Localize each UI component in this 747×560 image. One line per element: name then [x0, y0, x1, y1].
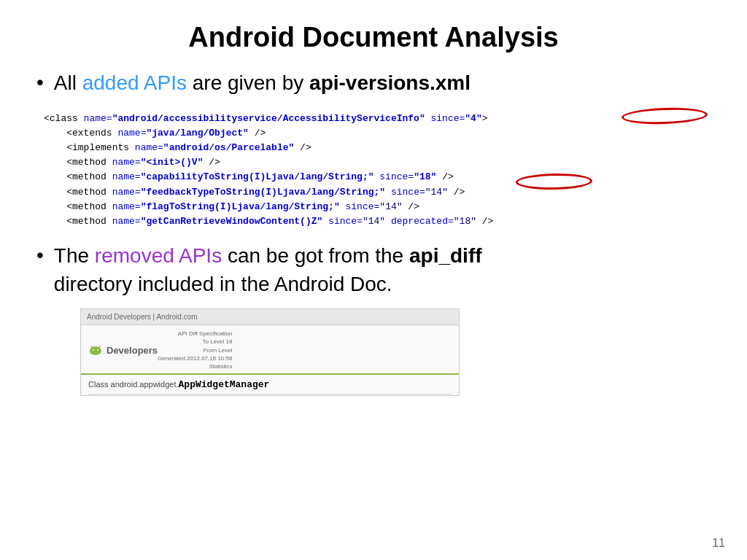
- code-attr-name: name=: [84, 113, 112, 124]
- bullet-list-2: • The removed APIs can be got from the a…: [36, 242, 711, 298]
- bullet-list: • All added APIs are given by api-versio…: [36, 69, 711, 97]
- preview-right-info: API Diff Specification To Level 18 From …: [158, 330, 232, 370]
- screenshot-preview: Android Developers | Android.com Develop…: [80, 308, 460, 396]
- bullet1-bold: api-versions.xml: [309, 71, 471, 94]
- slide-title: Android Document Analysis: [36, 22, 711, 53]
- bullet1-highlight: added APIs: [82, 71, 187, 94]
- preview-info-3: From Level: [158, 346, 232, 354]
- bullet1-middle: are given by: [187, 71, 309, 94]
- code-tag-end1: >: [482, 113, 488, 124]
- bullet-dot-1: •: [36, 69, 44, 96]
- bullet-text-2: The removed APIs can be got from the api…: [54, 242, 482, 298]
- bullet2-prefix: The: [54, 244, 95, 267]
- preview-class-title: Class android.appwidget.AppWidgetManager: [81, 375, 459, 392]
- slide: Android Document Analysis • All added AP…: [0, 0, 747, 560]
- svg-point-3: [97, 349, 98, 351]
- preview-info-1: API Diff Specification: [158, 330, 232, 338]
- preview-logo-text: Developers: [107, 345, 158, 356]
- bullet-dot-2: •: [36, 242, 44, 268]
- code-line-4: <method name="<init>()V" />: [44, 155, 703, 170]
- code-line-6: <method name="feedbackTypeToString(I)Lja…: [44, 185, 703, 200]
- class-name: AppWidgetManager: [179, 379, 270, 390]
- bullet1-prefix: All: [54, 71, 82, 94]
- code-val-since1: "4": [465, 113, 481, 124]
- svg-point-2: [93, 349, 94, 351]
- bullet2-middle: can be got from the: [222, 244, 409, 267]
- preview-info-4: Generated 2012.07.16 10:58: [158, 354, 232, 362]
- svg-line-5: [98, 346, 100, 348]
- bullet-item-1: • All added APIs are given by api-versio…: [36, 69, 711, 97]
- code-line-1: <class name="android/accessibilityservic…: [44, 112, 703, 126]
- code-line-3: <implements name="android/os/Parcelable"…: [44, 141, 703, 155]
- code-line-8: <method name="getCanRetrieveWindowConten…: [44, 214, 703, 229]
- preview-topbar-text: Android Developers | Android.com: [87, 313, 198, 321]
- preview-info-2: To Level 18: [158, 338, 232, 346]
- code-block: <class name="android/accessibilityservic…: [36, 107, 711, 233]
- bullet2-highlight: removed APIs: [95, 244, 222, 267]
- class-prefix: Class android.appwidget.: [88, 380, 179, 389]
- code-val-classname: "android/accessibilityservice/Accessibil…: [112, 113, 425, 124]
- page-number: 11: [712, 537, 725, 550]
- svg-rect-1: [90, 350, 101, 354]
- code-tag-class: <class: [44, 113, 84, 124]
- code-line-5: <method name="capabilityToString(I)Ljava…: [44, 170, 703, 184]
- preview-removed-box: Removed Methods void bindAppWidgetId(int…: [88, 394, 452, 396]
- preview-topbar: Android Developers | Android.com: [81, 309, 459, 325]
- bullet2-suffix: directory included in the Android Doc.: [54, 273, 392, 295]
- bullet-item-2: • The removed APIs can be got from the a…: [36, 242, 711, 298]
- code-attr-since1: since=: [425, 113, 465, 124]
- svg-line-4: [91, 346, 93, 348]
- preview-info-5: Statistics: [158, 362, 232, 370]
- android-logo-icon: [88, 344, 103, 356]
- bullet-text-1: All added APIs are given by api-versions…: [54, 69, 471, 97]
- preview-logo-row: Developers API Diff Specification To Lev…: [81, 325, 459, 375]
- code-line-2: <extends name="java/lang/Object" />: [44, 126, 703, 141]
- preview-logo: Developers: [88, 344, 158, 356]
- bullet2-bold: api_diff: [409, 244, 482, 267]
- code-line-7: <method name="flagToString(I)Ljava/lang/…: [44, 200, 703, 214]
